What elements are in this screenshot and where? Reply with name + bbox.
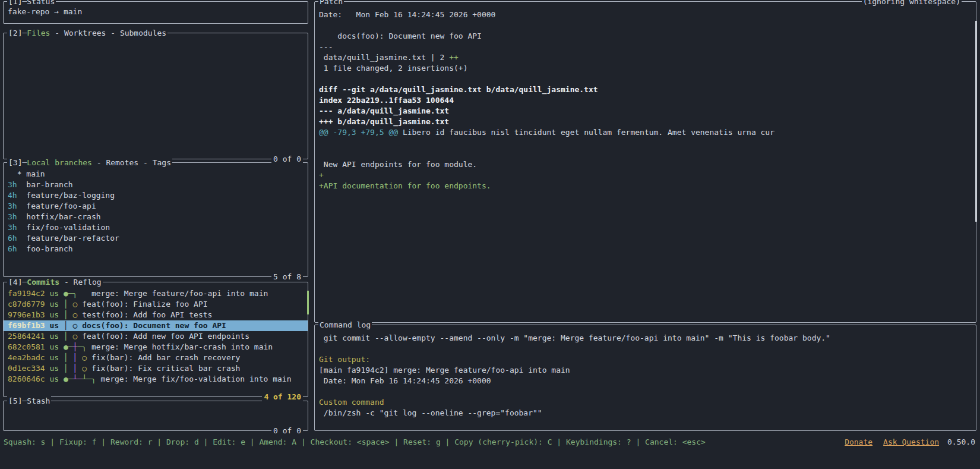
text-segment: 9796e1b3	[8, 310, 45, 319]
main-column: Patch (ignoring whitespace) Date: Mon Fe…	[314, 0, 976, 432]
version-label: 0.50.0	[947, 437, 975, 446]
commit-row[interactable]: c87d6779 us │ ○ feat(foo): Finalize foo …	[4, 299, 308, 310]
command-log-panel[interactable]: Command log git commit --allow-empty --a…	[314, 325, 976, 431]
commit-row[interactable]: fa9194c2 us ●─╮ merge: Merge feature/foo…	[4, 288, 308, 299]
text-segment: [5]	[8, 396, 22, 405]
stash-count: 0 of 0	[271, 426, 303, 435]
text-segment: +API documentation for foo endpoints.	[319, 181, 491, 190]
text-segment: │	[73, 364, 83, 373]
tab-submodules[interactable]: Submodules	[120, 29, 166, 37]
commit-row[interactable]: 682c0581 us ●─┼─╮ merge: Merge hotfix/ba…	[4, 342, 308, 352]
patch-line: @@ -79,3 +79,5 @@ Libero id faucibus nis…	[315, 127, 976, 138]
command-log-content: git commit --allow-empty --amend --only …	[315, 325, 976, 430]
status-panel[interactable]: [1]─Status fake-repo → main	[3, 1, 308, 24]
text-segment: hotfix/bar-crash	[17, 212, 101, 221]
branch-row[interactable]: 6h feature/bar-refactor	[4, 233, 308, 244]
patch-panel[interactable]: Patch (ignoring whitespace) Date: Mon Fe…	[314, 1, 976, 323]
commit-row[interactable]: 4ea2badc us │ │ ○ fix(bar): Add bar cras…	[4, 352, 308, 363]
tab-commits[interactable]: Commits	[27, 278, 59, 287]
commit-row-selected[interactable]: f69bf1b3 us │ ○ docs(foo): Document new …	[4, 320, 308, 331]
text-segment: 3h	[8, 223, 17, 232]
branch-row[interactable]: 3h bar-branch	[4, 180, 308, 190]
branch-row[interactable]: 4h feature/baz-logging	[4, 190, 308, 201]
repo-branch-status[interactable]: fake-repo → main	[4, 7, 308, 17]
text-segment: merge: Merge fix/foo-validation into mai…	[101, 374, 292, 383]
text-segment: 0d1ec334	[8, 364, 45, 373]
text-segment: bar-branch	[17, 180, 73, 189]
commit-row[interactable]: 8260646c us ●─┴─┴─╮ merge: Merge fix/foo…	[4, 374, 308, 385]
branch-row[interactable]: 3h fix/foo-validation	[4, 222, 308, 233]
branch-row[interactable]: 3h hotfix/bar-crash	[4, 212, 308, 222]
text-segment: │	[73, 353, 83, 362]
text-segment: us	[45, 321, 64, 330]
text-segment: docs(foo): Document new foo API	[82, 321, 226, 330]
text-segment: 3h	[8, 212, 17, 221]
branch-row[interactable]: * main	[4, 169, 308, 180]
command-log-line: Custom command	[315, 397, 976, 408]
tab-status[interactable]: Status	[27, 0, 55, 6]
empty-space	[0, 449, 980, 469]
commit-row[interactable]: 0d1ec334 us │ │ ○ fix(bar): Fix critical…	[4, 363, 308, 374]
command-log-line: Date: Mon Feb 16 14:24:45 2026 +0000	[315, 376, 976, 386]
tab-worktrees[interactable]: Worktrees	[64, 29, 106, 37]
patch-line: New API endpoints for foo module.	[315, 159, 976, 170]
commit-row[interactable]: 25864241 us │ ○ feat(foo): Add new foo A…	[4, 331, 308, 342]
stash-list[interactable]	[4, 401, 308, 430]
commit-row[interactable]: 9796e1b3 us │ ○ test(foo): Add foo API t…	[4, 310, 308, 320]
text-segment: Git output:	[319, 355, 370, 364]
patch-line: diff --git a/data/quill_jasmine.txt b/da…	[315, 84, 976, 95]
text-segment: fix/foo-validation	[17, 223, 110, 232]
text-segment: New API endpoints for foo module.	[319, 160, 477, 169]
text-segment: Libero id faucibus nisl tincidunt eget n…	[398, 128, 774, 137]
patch-line: docs(foo): Document new foo API	[315, 31, 976, 42]
tab-files[interactable]: Files	[27, 29, 50, 37]
patch-line: data/quill_jasmine.txt | 2 ++	[315, 52, 976, 63]
donate-link[interactable]: Donate	[845, 437, 872, 446]
branch-list: * main3h bar-branch4h feature/baz-loggin…	[4, 163, 308, 276]
text-segment: [4]	[8, 278, 22, 287]
patch-scrollbar[interactable]	[975, 21, 977, 222]
text-segment: [1]	[8, 0, 22, 6]
text-segment: * main	[8, 169, 45, 178]
text-segment: feat(foo): Add new foo API endpoints	[82, 332, 249, 341]
text-segment: 3h	[8, 202, 17, 210]
ask-question-link[interactable]: Ask Question	[883, 437, 939, 446]
tab-reflog[interactable]: Reflog	[74, 278, 102, 287]
text-segment: 682c0581	[8, 342, 45, 351]
tab-tags[interactable]: Tags	[153, 158, 171, 167]
text-segment: -	[106, 29, 119, 37]
text-segment: diff --git a/data/quill_jasmine.txt b/da…	[319, 85, 598, 94]
tab-remotes[interactable]: Remotes	[106, 158, 138, 167]
files-list[interactable]	[4, 33, 308, 159]
branches-panel[interactable]: [3]─Local branches - Remotes - Tags * ma…	[3, 162, 308, 277]
commit-list: fa9194c2 us ●─╮ merge: Merge feature/foo…	[4, 282, 308, 396]
text-segment: us	[45, 342, 64, 351]
patch-line: --- a/data/quill_jasmine.txt	[315, 106, 976, 117]
text-segment: ○	[82, 353, 87, 362]
text-segment: f69bf1b3	[8, 321, 45, 330]
text-segment: index 22ba219..1ffaa53 100644	[319, 96, 454, 105]
files-panel[interactable]: [2]─Files - Worktrees - Submodules 0 of …	[3, 33, 308, 159]
text-segment: ---	[319, 42, 333, 51]
text-segment: docs(foo): Document new foo API	[319, 32, 482, 40]
status-bar: Squash: s | Fixup: f | Reword: r | Drop:…	[0, 434, 980, 449]
text-segment: foo-branch	[17, 244, 73, 253]
keybindings-hint: Squash: s | Fixup: f | Reword: r | Drop:…	[4, 437, 834, 446]
status-panel-title: [1]─Status	[7, 0, 56, 6]
text-segment: ┴─	[73, 374, 83, 383]
branch-row[interactable]: 6h foo-branch	[4, 244, 308, 254]
stash-panel-title: [5]─Stash	[7, 396, 51, 405]
text-segment: 6h	[8, 234, 17, 243]
commits-scrollbar[interactable]	[307, 291, 309, 314]
tab-stash[interactable]: Stash	[27, 396, 50, 405]
text-segment: fa9194c2	[8, 289, 45, 298]
text-segment: fix(bar): Fix critical bar crash	[91, 364, 240, 373]
branch-row[interactable]: 3h feature/foo-api	[4, 201, 308, 212]
tab-local-branches[interactable]: Local branches	[27, 158, 92, 167]
text-segment: -	[92, 158, 106, 167]
text-segment: feat(foo): Finalize foo API	[82, 300, 207, 309]
stash-panel[interactable]: [5]─Stash 0 of 0	[3, 401, 308, 431]
commits-count: 4 of 120	[262, 392, 303, 401]
commits-panel[interactable]: [4]─Commits - Reflog fa9194c2 us ●─╮ mer…	[3, 282, 308, 397]
text-segment: ─╮	[77, 342, 91, 351]
